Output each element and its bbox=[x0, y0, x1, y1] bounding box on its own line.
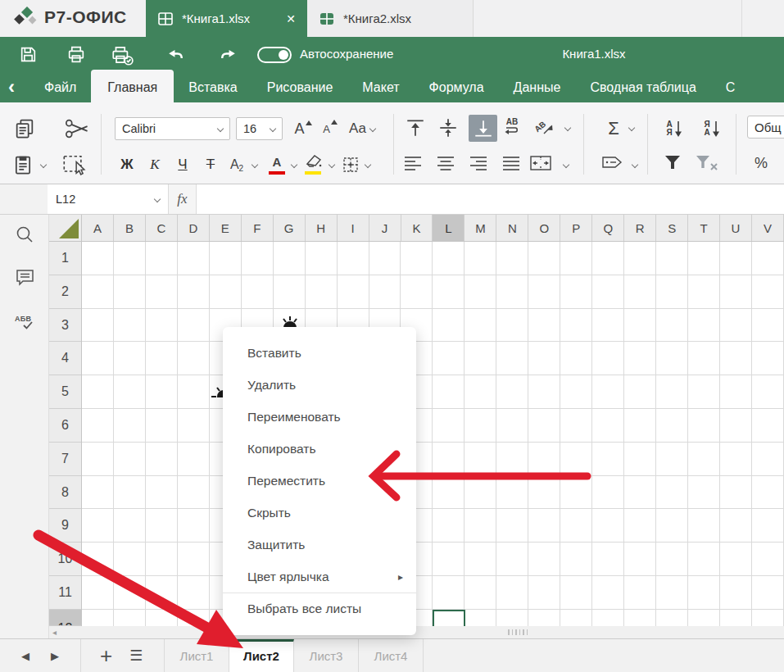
quick-print-icon[interactable] bbox=[110, 44, 134, 66]
next-sheet-icon[interactable]: ▶ bbox=[51, 639, 59, 672]
filter-icon[interactable] bbox=[664, 153, 682, 171]
previous-sheet-icon[interactable]: ◀ bbox=[21, 639, 29, 672]
sheet-tab[interactable]: Лист4 bbox=[359, 639, 424, 672]
row-header[interactable]: 3 bbox=[49, 309, 81, 343]
ribbon-tab[interactable]: Макет bbox=[347, 72, 414, 102]
chevron-down-icon[interactable] bbox=[252, 161, 258, 168]
chevron-down-icon[interactable] bbox=[329, 161, 335, 168]
column-header[interactable]: T bbox=[688, 215, 720, 241]
context-menu-item[interactable]: Выбрать все листы ▸ bbox=[223, 593, 416, 624]
context-menu-item[interactable]: Удалить ▸ bbox=[223, 369, 416, 401]
ribbon-tab[interactable]: Формула bbox=[415, 72, 499, 102]
scrollbar-grip-icon[interactable] bbox=[508, 629, 528, 635]
align-middle-icon[interactable] bbox=[437, 117, 459, 138]
percent-style-icon[interactable]: % bbox=[749, 152, 773, 175]
column-header[interactable]: A bbox=[82, 215, 114, 241]
doc-tab-book2[interactable]: *Книга2.xlsx bbox=[307, 0, 474, 37]
chevron-down-icon[interactable] bbox=[40, 161, 47, 168]
strikethrough-button[interactable]: Т bbox=[198, 153, 223, 176]
scroll-left-icon[interactable]: ◂ bbox=[52, 628, 57, 637]
undo-icon[interactable] bbox=[165, 44, 186, 65]
context-menu-item[interactable]: Переименовать ▸ bbox=[223, 401, 416, 433]
sheet-tab[interactable]: Лист2 bbox=[229, 639, 294, 672]
add-sheet-icon[interactable]: + bbox=[100, 639, 112, 672]
borders-icon[interactable] bbox=[339, 153, 362, 176]
column-header[interactable]: H bbox=[306, 215, 338, 241]
wrap-text-icon[interactable]: AB bbox=[503, 117, 521, 136]
chevron-down-icon[interactable] bbox=[632, 161, 638, 168]
column-header[interactable]: G bbox=[274, 215, 306, 241]
ribbon-tab[interactable]: Рисование bbox=[252, 72, 348, 102]
chevron-down-icon[interactable] bbox=[563, 161, 569, 168]
change-case-icon[interactable]: Aa bbox=[344, 117, 380, 140]
doc-tab-book1[interactable]: *Книга1.xlsx ✕ bbox=[146, 0, 307, 37]
increase-font-icon[interactable]: A bbox=[291, 117, 315, 140]
column-header[interactable]: V bbox=[752, 215, 784, 241]
align-center-icon[interactable] bbox=[436, 155, 455, 171]
column-header[interactable]: B bbox=[114, 215, 146, 241]
paste-icon[interactable] bbox=[11, 153, 34, 176]
context-menu-item[interactable]: Копировать ▸ bbox=[223, 433, 416, 465]
align-bottom-icon[interactable] bbox=[469, 115, 497, 142]
subscript-icon[interactable]: A 2 bbox=[224, 153, 249, 176]
context-menu-item[interactable]: Защитить ▸ bbox=[223, 529, 416, 561]
font-name-select[interactable]: Calibri bbox=[115, 117, 230, 140]
ribbon-tab[interactable]: Файл bbox=[29, 72, 91, 102]
named-ranges-icon[interactable] bbox=[600, 153, 624, 171]
column-header[interactable]: C bbox=[146, 215, 178, 241]
cells-area[interactable] bbox=[82, 242, 784, 626]
collapse-chevron-icon[interactable]: ‹ bbox=[8, 79, 15, 95]
redo-icon[interactable] bbox=[218, 44, 238, 65]
ribbon-tab[interactable]: Сводная таблица bbox=[575, 72, 710, 102]
column-header[interactable]: N bbox=[496, 215, 528, 241]
cell-name-box[interactable]: L12 bbox=[48, 184, 169, 214]
chevron-down-icon[interactable] bbox=[564, 125, 571, 131]
context-menu-item[interactable]: Вставить ▸ bbox=[223, 337, 416, 369]
spellcheck-icon[interactable]: АБВ bbox=[15, 315, 33, 329]
select-all-corner[interactable] bbox=[49, 215, 82, 241]
number-format-select[interactable]: Общ bbox=[747, 116, 784, 138]
autosum-icon[interactable]: Σ bbox=[603, 117, 624, 140]
context-menu-item[interactable]: Цвет ярлычка ▸ bbox=[223, 561, 416, 593]
merge-cells-icon[interactable] bbox=[529, 153, 552, 173]
highlight-color-icon[interactable] bbox=[301, 150, 326, 176]
italic-button[interactable]: K bbox=[143, 153, 167, 176]
row-header[interactable]: 10 bbox=[49, 543, 81, 576]
align-left-icon[interactable] bbox=[403, 155, 423, 171]
column-header[interactable]: J bbox=[369, 215, 401, 241]
ribbon-tab[interactable]: Вставка bbox=[174, 72, 252, 102]
row-header[interactable]: 4 bbox=[49, 342, 81, 375]
row-header[interactable]: 8 bbox=[49, 476, 81, 510]
ribbon-tab[interactable]: С bbox=[711, 72, 750, 102]
select-icon[interactable] bbox=[62, 153, 88, 176]
chevron-down-icon[interactable] bbox=[628, 125, 635, 131]
cut-icon[interactable] bbox=[64, 117, 90, 140]
bold-button[interactable]: Ж bbox=[115, 153, 139, 176]
chevron-down-icon[interactable] bbox=[291, 161, 297, 168]
align-top-icon[interactable] bbox=[405, 117, 426, 138]
column-header[interactable]: K bbox=[401, 215, 433, 241]
font-size-select[interactable]: 16 bbox=[236, 117, 283, 140]
close-icon[interactable]: ✕ bbox=[286, 12, 296, 25]
align-justify-icon[interactable] bbox=[501, 155, 521, 171]
row-header[interactable]: 2 bbox=[49, 275, 81, 309]
sort-descending-icon[interactable]: ЯА bbox=[698, 116, 726, 142]
row-header[interactable]: 1 bbox=[49, 242, 81, 275]
autosave-toggle[interactable] bbox=[257, 47, 292, 63]
underline-button[interactable]: Ч bbox=[170, 153, 195, 176]
column-header[interactable]: S bbox=[656, 215, 688, 241]
ribbon-tab[interactable]: Главная bbox=[91, 70, 174, 102]
column-header[interactable]: O bbox=[528, 215, 560, 241]
ribbon-tab[interactable]: Данные bbox=[499, 72, 576, 102]
column-header[interactable]: R bbox=[624, 215, 656, 241]
align-right-icon[interactable] bbox=[469, 155, 488, 171]
formula-input[interactable] bbox=[197, 184, 784, 214]
column-header[interactable]: Q bbox=[592, 215, 624, 241]
context-menu-item[interactable]: Переместить ▸ bbox=[223, 465, 416, 497]
save-icon[interactable] bbox=[18, 44, 39, 65]
print-icon[interactable] bbox=[66, 44, 87, 65]
sheet-tab[interactable]: Лист1 bbox=[165, 639, 229, 672]
text-orientation-icon[interactable]: AB bbox=[534, 117, 554, 135]
sheet-tab[interactable]: Лист3 bbox=[294, 639, 359, 672]
column-header[interactable]: M bbox=[465, 215, 496, 241]
